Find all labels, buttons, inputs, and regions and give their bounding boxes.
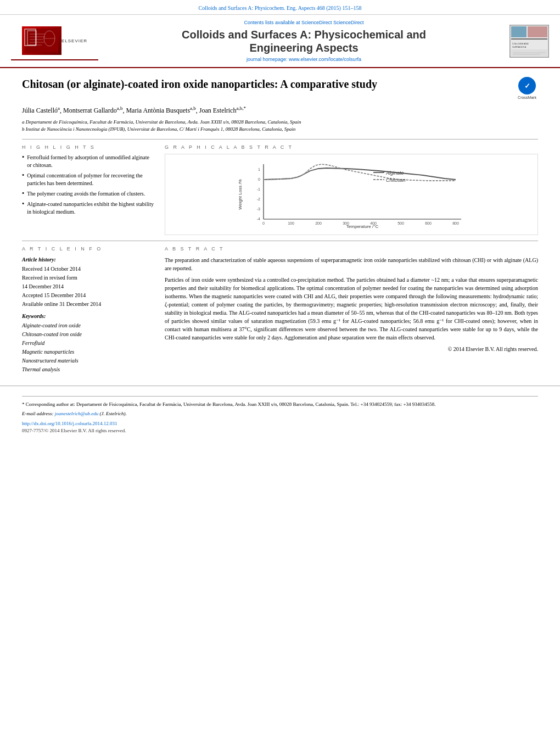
elsevier-label: ELSEVIER (61, 38, 87, 44)
authors-line: Júlia Castellóa, Montserrat Gallardoa,b,… (22, 105, 538, 115)
graphical-abstract-column: G R A P H I C A L A B S T R A C T Weight… (165, 144, 538, 236)
svg-text:Chitosan: Chitosan (386, 177, 406, 183)
article-info-label: A R T I C L E I N F O (22, 246, 154, 253)
svg-rect-10 (511, 26, 527, 37)
crossmark-icon[interactable]: ✓ (518, 77, 536, 94)
affiliation-a: a Departament de Fisicoquímica, Facultat… (22, 119, 538, 126)
keywords-heading: Keywords: (22, 313, 154, 320)
graphical-abstract-chart: Weight Loss /% Temperature /°C 0 100 200… (165, 154, 538, 235)
svg-text:Alginate: Alginate (385, 170, 404, 176)
svg-text:400: 400 (370, 221, 377, 225)
svg-rect-0 (25, 29, 58, 53)
history-heading: Article history: (22, 256, 154, 264)
journal-homepage: journal homepage: www.elsevier.com/locat… (104, 56, 504, 63)
received-revised-date: 14 December 2014 (22, 283, 154, 291)
footer: * Corresponding author at: Departament d… (0, 386, 560, 439)
svg-text:0: 0 (258, 177, 260, 181)
article-history: Article history: Received 14 October 201… (22, 256, 154, 308)
svg-text:✓: ✓ (524, 82, 530, 90)
abstract-paragraph-2: Particles of iron oxide were synthesized… (165, 276, 538, 342)
abstract-label: A B S T R A C T (165, 246, 538, 253)
svg-text:-3: -3 (257, 207, 260, 211)
journal-header: ELSEVIER Contents lists available at Sci… (0, 15, 560, 68)
divider-1 (22, 139, 538, 140)
email-address[interactable]: joanestelrich@ub.edu (55, 411, 99, 416)
svg-text:300: 300 (343, 221, 349, 225)
article-title-row: Chitosan (or alginate)-coated iron oxide… (22, 77, 538, 101)
keyword-1: Alginate-coated iron oxide (22, 322, 154, 330)
graphical-abstract-label: G R A P H I C A L A B S T R A C T (165, 144, 538, 151)
svg-rect-1 (27, 31, 36, 45)
svg-rect-12 (511, 38, 547, 40)
journal-citation-bar: Colloids and Surfaces A: Physicochem. En… (0, 0, 560, 15)
svg-rect-11 (528, 26, 547, 37)
homepage-url[interactable]: www.elsevier.com/locate/colsurfa (289, 57, 361, 62)
keyword-6: Thermal analysis (22, 366, 154, 373)
keyword-4: Magnetic nanoparticles (22, 348, 154, 356)
svg-text:100: 100 (288, 221, 294, 225)
divider-2 (22, 241, 538, 241)
highlight-item-1: Ferrofluid formed by adsorption of unmod… (22, 154, 154, 169)
keyword-5: Nanostructured materials (22, 357, 154, 365)
crossmark-block[interactable]: ✓ CrossMark (516, 77, 538, 101)
email-person: (J. Estelrich). (99, 411, 126, 416)
affiliations-block: a Departament de Fisicoquímica, Facultat… (22, 119, 538, 133)
accepted-date: Accepted 15 December 2014 (22, 292, 154, 299)
contents-available-line: Contents lists available at ScienceDirec… (104, 19, 504, 26)
journal-cover-image: COLLOIDS AND SURFACES A (509, 25, 549, 58)
svg-text:800: 800 (452, 221, 459, 225)
available-online: Available online 31 December 2014 (22, 300, 154, 308)
journal-title-block: Contents lists available at ScienceDirec… (98, 19, 509, 63)
svg-text:200: 200 (315, 221, 322, 225)
elsevier-logo-block: ELSEVIER (11, 22, 98, 60)
article-title: Chitosan (or alginate)-coated iron oxide… (22, 77, 511, 91)
article-info-column: A R T I C L E I N F O Article history: R… (22, 246, 154, 375)
highlight-item-3: The polymer coating avoids the formation… (22, 190, 154, 198)
highlights-list: Ferrofluid formed by adsorption of unmod… (22, 154, 154, 216)
abstract-copyright: © 2014 Elsevier B.V. All rights reserved… (165, 345, 538, 353)
doi-line[interactable]: http://dx.doi.org/10.1016/j.colsurfa.201… (22, 420, 538, 427)
svg-text:SURFACES A: SURFACES A (512, 46, 526, 48)
affiliation-b: b Institut de Nanociència i Nanotecnolog… (22, 126, 538, 133)
footer-divider (22, 396, 538, 397)
email-line: E-mail address: joanestelrich@ub.edu (J.… (22, 410, 538, 417)
svg-text:500: 500 (397, 221, 404, 225)
received-date: Received 14 October 2014 (22, 265, 154, 273)
article-content: Chitosan (or alginate)-coated iron oxide… (0, 68, 560, 386)
elsevier-logo-image (22, 26, 61, 55)
tga-chart: Weight Loss /% Temperature /°C 0 100 200… (170, 159, 533, 230)
article-info-abstract-section: A R T I C L E I N F O Article history: R… (22, 246, 538, 375)
svg-text:COLLOIDS AND: COLLOIDS AND (512, 42, 529, 45)
svg-text:-2: -2 (257, 197, 260, 201)
svg-text:0: 0 (262, 221, 265, 225)
email-label: E-mail address: (22, 411, 53, 416)
journal-citation: Colloids and Surfaces A: Physicochem. En… (199, 5, 362, 11)
svg-text:1: 1 (258, 168, 260, 171)
highlight-item-2: Optimal concentration of polymer for rec… (22, 172, 154, 187)
svg-text:Weight Loss /%: Weight Loss /% (238, 180, 243, 210)
keywords-block: Keywords: Alginate-coated iron oxide Chi… (22, 313, 154, 373)
sciencedirect-link[interactable]: ScienceDirect (333, 20, 364, 25)
highlight-item-4: Alginate-coated nanoparticles exhibit th… (22, 200, 154, 216)
abstract-paragraph-1: The preparation and characterization of … (165, 256, 538, 272)
journal-full-title: Colloids and Surfaces A: Physicochemical… (104, 28, 504, 54)
svg-text:600: 600 (425, 221, 432, 225)
svg-text:-1: -1 (257, 187, 260, 191)
issn-line: 0927-7757/© 2014 Elsevier B.V. All right… (22, 427, 538, 434)
highlights-label: H I G H L I G H T S (22, 144, 154, 151)
keyword-3: Ferrofluid (22, 339, 154, 347)
received-revised-label: Received in revised form (22, 274, 154, 282)
keyword-2: Chitosan-coated iron oxide (22, 331, 154, 338)
svg-text:-4: -4 (257, 217, 260, 221)
highlights-column: H I G H L I G H T S Ferrofluid formed by… (22, 144, 154, 236)
abstract-column: A B S T R A C T The preparation and char… (165, 246, 538, 375)
corresponding-author: * Corresponding author at: Departament d… (22, 401, 538, 408)
crossmark-label: CrossMark (518, 95, 536, 101)
abstract-text: The preparation and characterization of … (165, 256, 538, 353)
highlights-graphical-section: H I G H L I G H T S Ferrofluid formed by… (22, 144, 538, 236)
chart-area: Weight Loss /% Temperature /°C 0 100 200… (170, 159, 533, 230)
